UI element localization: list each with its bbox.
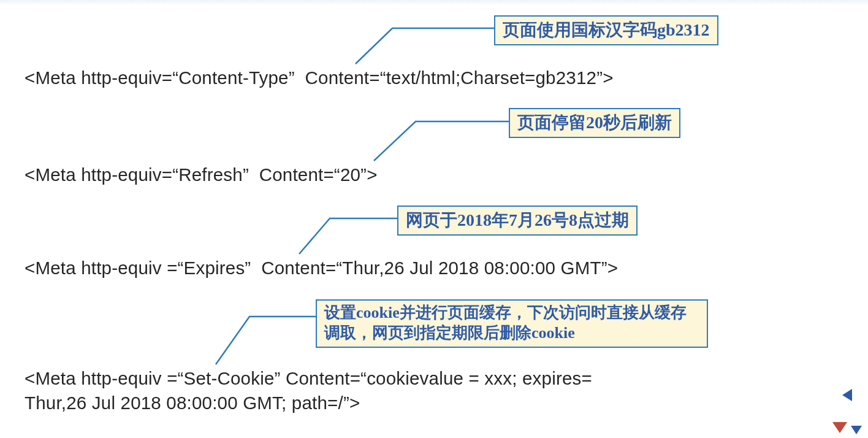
code-line-set-cookie-2: Thur,26 Jul 2018 08:00:00 GMT; path=/”> <box>25 393 360 413</box>
callout-text: 网页于2018年7月26号8点过期 <box>406 210 629 229</box>
triangle-blue-down-icon <box>851 426 862 434</box>
triangle-blue-left-icon <box>842 389 852 401</box>
code-line-expires: <Meta http-equiv =“Expires” Content=“Thu… <box>25 258 618 279</box>
callout-text: 设置cookie并进行页面缓存，下次访问时直接从缓存调取，网页到指定期限后删除c… <box>324 304 687 342</box>
code-line-content-type: <Meta http-equiv=“Content-Type” Content=… <box>25 67 614 88</box>
callout-text: 页面使用国标汉字码gb2312 <box>503 20 710 39</box>
code-line-refresh: <Meta http-equiv=“Refresh” Content=“20”> <box>25 164 378 185</box>
triangle-red-down-icon <box>832 422 847 433</box>
callout-set-cookie: 设置cookie并进行页面缓存，下次访问时直接从缓存调取，网页到指定期限后删除c… <box>316 299 708 348</box>
code-line-set-cookie-1: <Meta http-equiv =“Set-Cookie” Content=“… <box>25 368 592 389</box>
top-gradient <box>0 0 868 5</box>
callout-text: 页面停留20秒后刷新 <box>517 113 672 132</box>
callout-expires: 网页于2018年7月26号8点过期 <box>397 206 638 236</box>
callout-refresh: 页面停留20秒后刷新 <box>509 108 680 138</box>
callout-gb2312: 页面使用国标汉字码gb2312 <box>494 15 718 45</box>
